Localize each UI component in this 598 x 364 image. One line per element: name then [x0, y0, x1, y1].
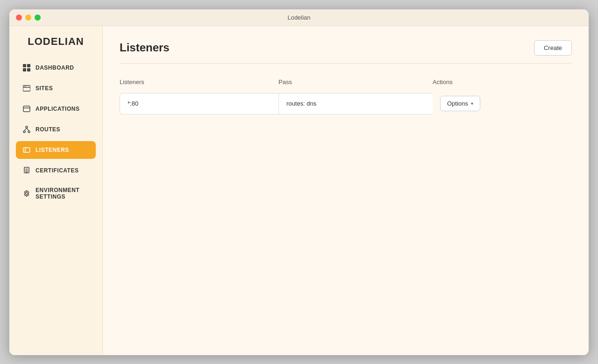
options-label: Options	[447, 100, 468, 107]
svg-point-12	[28, 131, 30, 133]
pass-value: routes: dns	[278, 93, 433, 114]
app-body: LODELIAN DASHBOARD	[9, 26, 589, 355]
svg-rect-3	[27, 68, 30, 71]
close-button[interactable]	[16, 14, 22, 21]
sidebar-item-sites[interactable]: SITES	[16, 79, 96, 97]
certificates-icon	[22, 166, 31, 175]
svg-rect-15	[23, 148, 30, 152]
svg-line-14	[27, 128, 29, 131]
column-header-actions: Actions	[433, 79, 572, 86]
svg-rect-19	[25, 170, 27, 170]
options-button[interactable]: Options ▾	[440, 96, 480, 111]
routes-icon	[22, 125, 31, 134]
page-header: Listeners Create	[120, 40, 572, 64]
sidebar-item-env-settings-label: ENVIRONMENT SETTINGS	[36, 187, 89, 200]
sidebar-item-sites-label: SITES	[36, 85, 53, 92]
sidebar-logo: LODELIAN	[16, 36, 96, 48]
listener-value: *:80	[120, 93, 278, 114]
sidebar-item-dashboard[interactable]: DASHBOARD	[16, 59, 96, 77]
svg-point-11	[23, 131, 25, 133]
sites-icon	[22, 84, 31, 93]
column-header-pass: Pass	[278, 79, 433, 86]
column-header-listeners: Listeners	[120, 79, 278, 86]
svg-rect-1	[27, 64, 30, 67]
sidebar-item-certificates-label: CERTIFICATES	[36, 167, 78, 174]
table-row: *:80 routes: dns Options ▾	[120, 93, 572, 114]
listeners-icon	[22, 146, 31, 154]
window-title: Lodelian	[287, 14, 310, 21]
page-title: Listeners	[120, 41, 170, 54]
listeners-table: Listeners Pass Actions *:80 routes: dns …	[120, 75, 572, 114]
sidebar-item-certificates[interactable]: CERTIFICATES	[16, 162, 96, 179]
applications-icon	[22, 105, 31, 113]
app-window: Lodelian LODELIAN DASHBOARD	[9, 9, 589, 355]
sidebar-item-listeners[interactable]: LISTENERS	[16, 141, 96, 159]
create-button[interactable]: Create	[534, 40, 572, 56]
svg-rect-18	[25, 169, 28, 169]
sidebar-item-dashboard-label: DASHBOARD	[36, 64, 74, 71]
sidebar-item-routes[interactable]: ROUTES	[16, 121, 96, 138]
sidebar-item-routes-label: ROUTES	[36, 126, 60, 133]
svg-point-10	[26, 126, 28, 128]
sidebar-item-applications[interactable]: APPLICATIONS	[16, 100, 96, 118]
sidebar-item-environment-settings[interactable]: ENVIRONMENT SETTINGS	[16, 182, 96, 205]
actions-cell: Options ▾	[433, 93, 572, 114]
titlebar: Lodelian	[9, 9, 589, 26]
table-header: Listeners Pass Actions	[120, 75, 572, 89]
svg-rect-8	[23, 106, 30, 112]
settings-icon	[22, 189, 31, 198]
chevron-down-icon: ▾	[471, 101, 473, 106]
minimize-button[interactable]	[25, 14, 31, 21]
sidebar-item-listeners-label: LISTENERS	[36, 147, 69, 153]
sidebar: LODELIAN DASHBOARD	[9, 26, 103, 355]
main-content: Listeners Create Listeners Pass Actions …	[103, 26, 589, 355]
svg-line-13	[24, 128, 27, 131]
maximize-button[interactable]	[35, 14, 41, 21]
traffic-lights	[16, 14, 41, 21]
sidebar-item-applications-label: APPLICATIONS	[36, 106, 79, 112]
svg-rect-0	[23, 64, 26, 67]
dashboard-icon	[22, 64, 31, 72]
svg-rect-2	[23, 68, 26, 71]
